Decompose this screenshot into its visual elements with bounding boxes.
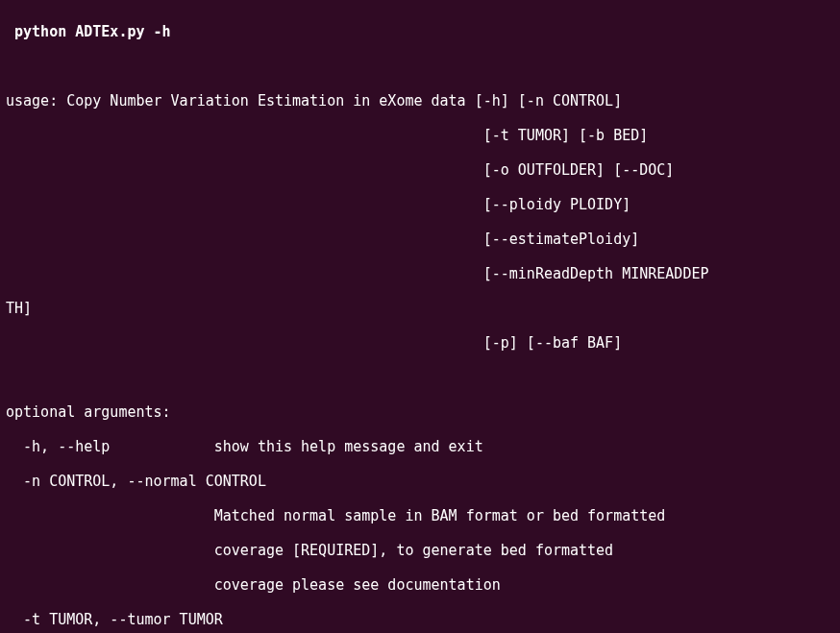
terminal-output[interactable]: python ADTEx.py -h usage: Copy Number Va…: [0, 0, 840, 633]
usage-line: [-t TUMOR] [-b BED]: [6, 127, 648, 144]
usage-line: TH]: [6, 300, 32, 317]
arg-normal-desc: Matched normal sample in BAM format or b…: [6, 507, 665, 524]
usage-line: [-o OUTFOLDER] [--DOC]: [6, 161, 674, 179]
usage-line: [-p] [--baf BAF]: [6, 334, 622, 352]
usage-line: [--ploidy PLOIDY]: [6, 196, 630, 213]
usage-line: [--estimatePloidy]: [6, 231, 639, 248]
command-line: python ADTEx.py -h: [6, 23, 171, 40]
arg-normal: -n CONTROL, --normal CONTROL: [6, 473, 266, 490]
usage-line: [--minReadDepth MINREADDEP: [6, 265, 709, 282]
usage-line: usage: Copy Number Variation Estimation …: [6, 92, 622, 110]
arg-normal-desc: coverage please see documentation: [6, 576, 501, 594]
arg-normal-desc: coverage [REQUIRED], to generate bed for…: [6, 542, 613, 559]
arg-help: -h, --help show this help message and ex…: [6, 438, 483, 455]
arg-tumor: -t TUMOR, --tumor TUMOR: [6, 611, 223, 628]
optional-arguments-header: optional arguments:: [6, 403, 171, 421]
